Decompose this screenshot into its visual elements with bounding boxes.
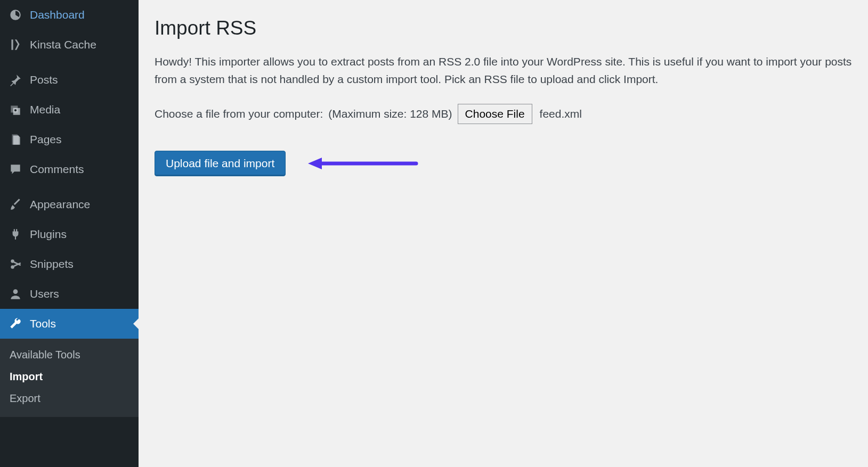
sidebar-separator: [0, 60, 139, 65]
choose-file-label: Choose a file from your computer:: [155, 108, 323, 120]
comment-icon: [7, 161, 23, 177]
submenu-item-label: Available Tools: [10, 349, 80, 361]
svg-point-3: [13, 289, 18, 294]
scissors-icon: [7, 256, 23, 272]
sidebar-item-pages[interactable]: Pages: [0, 125, 139, 154]
svg-point-1: [11, 259, 14, 263]
media-icon: [7, 102, 23, 118]
sidebar-item-comments[interactable]: Comments: [0, 154, 139, 184]
file-upload-row: Choose a file from your computer: (Maxim…: [155, 104, 852, 124]
sidebar-item-dashboard[interactable]: Dashboard: [0, 0, 139, 30]
sidebar-item-label: Plugins: [30, 228, 131, 241]
sidebar-item-posts[interactable]: Posts: [0, 65, 139, 95]
dashboard-icon: [7, 7, 23, 23]
sidebar-item-label: Posts: [30, 73, 131, 86]
sidebar-item-label: Pages: [30, 133, 131, 146]
brush-icon: [7, 196, 23, 212]
submenu-item-import[interactable]: Import: [0, 366, 139, 388]
wrench-icon: [7, 316, 23, 332]
selected-filename: feed.xml: [540, 108, 582, 120]
submenu-item-label: Export: [10, 392, 40, 404]
sidebar-item-snippets[interactable]: Snippets: [0, 249, 139, 279]
sidebar-item-label: Kinsta Cache: [30, 38, 131, 51]
submenu-item-export[interactable]: Export: [0, 388, 139, 409]
content-area: Import RSS Howdy! This importer allows y…: [139, 0, 868, 467]
sidebar-item-tools[interactable]: Tools: [0, 309, 139, 339]
sidebar-item-label: Media: [30, 103, 131, 116]
sidebar-item-users[interactable]: Users: [0, 279, 139, 309]
sidebar-item-media[interactable]: Media: [0, 95, 139, 125]
pages-icon: [7, 132, 23, 148]
sidebar-submenu-tools: Available Tools Import Export: [0, 339, 139, 417]
svg-marker-5: [308, 158, 322, 169]
sidebar-item-label: Appearance: [30, 198, 131, 211]
max-size-label: (Maximum size: 128 MB): [328, 108, 452, 120]
sidebar-item-label: Users: [30, 288, 131, 300]
sidebar-item-label: Tools: [30, 317, 131, 330]
user-icon: [7, 286, 23, 302]
submenu-item-available-tools[interactable]: Available Tools: [0, 344, 139, 366]
svg-point-0: [14, 109, 17, 111]
intro-text: Howdy! This importer allows you to extra…: [155, 53, 852, 88]
sidebar-item-label: Snippets: [30, 258, 131, 271]
sidebar-item-plugins[interactable]: Plugins: [0, 219, 139, 249]
upload-import-button[interactable]: Upload file and import: [155, 151, 286, 176]
pin-icon: [7, 72, 23, 88]
admin-sidebar: Dashboard Kinsta Cache Posts Media Pages…: [0, 0, 139, 467]
arrow-annotation-icon: [307, 156, 419, 171]
action-row: Upload file and import: [155, 151, 852, 176]
page-title: Import RSS: [155, 17, 852, 39]
kinsta-icon: [7, 37, 23, 53]
svg-point-2: [11, 265, 14, 269]
sidebar-item-appearance[interactable]: Appearance: [0, 190, 139, 219]
sidebar-item-label: Dashboard: [30, 9, 131, 21]
plug-icon: [7, 226, 23, 242]
submenu-item-label: Import: [10, 371, 43, 382]
sidebar-item-label: Comments: [30, 163, 131, 176]
choose-file-button[interactable]: Choose File: [458, 104, 532, 124]
sidebar-item-kinsta-cache[interactable]: Kinsta Cache: [0, 30, 139, 60]
sidebar-separator: [0, 184, 139, 190]
